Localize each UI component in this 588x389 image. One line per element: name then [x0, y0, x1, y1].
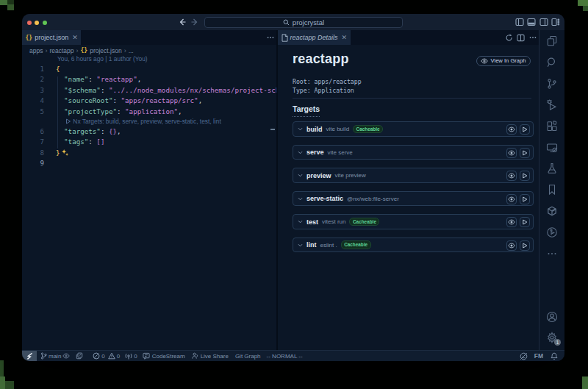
source-control-icon[interactable] [546, 78, 558, 90]
command-center-search[interactable]: projcrystal [204, 17, 403, 28]
fm-status-item[interactable]: FM [534, 352, 543, 360]
navigate-back-icon[interactable] [178, 18, 187, 26]
toggle-sidebar-icon[interactable] [515, 18, 524, 26]
toggle-secondary-sidebar-icon[interactable] [539, 18, 548, 26]
gitlens-blame-lens[interactable]: You, 6 hours ago | 1 author (You) [57, 56, 148, 64]
run-target-button[interactable] [520, 240, 530, 251]
remote-indicator[interactable] [22, 351, 37, 362]
warning-count: 0 [117, 353, 120, 360]
breadcrumb-apps[interactable]: apps [29, 47, 43, 54]
zoom-window-button[interactable] [43, 21, 47, 25]
view-target-button[interactable] [506, 194, 517, 204]
navigate-forward-icon[interactable] [190, 18, 199, 26]
code-line[interactable]: 1{ [22, 64, 276, 75]
tab-project-json[interactable]: {} project.json ✕ [22, 30, 81, 45]
code-line[interactable]: 4 "sourceRoot": "apps/reactapp/src", [22, 96, 276, 107]
view-target-button[interactable] [506, 148, 517, 158]
more-views-icon[interactable] [547, 249, 557, 259]
view-target-button[interactable] [506, 171, 517, 181]
close-tab-icon[interactable]: ✕ [342, 34, 348, 41]
target-row-serve-static[interactable]: serve-static@nx/web:file-server [293, 191, 534, 207]
view-target-button[interactable] [506, 240, 517, 251]
code-line[interactable]: 6 "targets": {}, [22, 126, 276, 138]
extensions-icon[interactable] [546, 121, 558, 132]
chevron-down-icon[interactable] [298, 220, 303, 224]
code-line[interactable]: 7 "tags": [] [22, 137, 276, 148]
close-tab-icon[interactable]: ✕ [72, 34, 78, 41]
blame-line[interactable]: You, 6 hours ago | 1 author (You) [22, 56, 276, 64]
broadcast-status-item[interactable]: 0 [125, 352, 137, 360]
eye-icon [508, 126, 515, 132]
target-row-preview[interactable]: previewvite preview [293, 168, 534, 183]
error-count: 0 [101, 353, 104, 360]
chevron-down-icon[interactable] [298, 151, 303, 154]
run-target-button[interactable] [520, 124, 530, 135]
nx-targets-codelens[interactable]: Nx Targets: build, serve, preview, serve… [65, 117, 221, 126]
chevron-down-icon[interactable] [298, 127, 303, 131]
run-target-button[interactable] [520, 171, 530, 181]
refresh-icon[interactable] [505, 34, 513, 42]
problems-status-item[interactable]: 0 0 [93, 352, 120, 360]
remote-explorer-icon[interactable] [546, 142, 558, 154]
targets-heading: Targets [293, 104, 320, 117]
live-share-status-item[interactable]: Live Share [191, 352, 229, 360]
breadcrumb-reactapp[interactable]: reactapp [49, 47, 74, 54]
target-row-test[interactable]: testvitest runCacheable [293, 214, 534, 229]
target-name: build [306, 126, 323, 133]
code-editor[interactable]: You, 6 hours ago | 1 author (You)1{2 "na… [22, 56, 276, 350]
notifications-status-item[interactable] [551, 352, 558, 360]
gitlens-status-item[interactable] [76, 352, 83, 360]
run-target-button[interactable] [520, 217, 530, 227]
code-token: : [101, 86, 109, 94]
line-number: 4 [22, 96, 44, 107]
split-editor-icon[interactable] [517, 34, 525, 42]
code-line[interactable]: 5 "projectType": "application", [22, 107, 276, 118]
target-name: test [306, 218, 318, 226]
chevron-down-icon[interactable] [298, 174, 303, 177]
nx-console-icon[interactable] [546, 205, 558, 217]
codelens-line[interactable]: Nx Targets: build, serve, preview, serve… [22, 117, 276, 126]
git-graph-status-item[interactable]: Git Graph [235, 353, 261, 360]
view-target-button[interactable] [506, 124, 517, 135]
more-actions-icon[interactable] [528, 33, 537, 42]
code-token: : [88, 75, 96, 83]
branch-status-item[interactable]: main [40, 352, 70, 360]
breadcrumb-symbol[interactable]: ... [129, 47, 134, 54]
code-line[interactable]: 9 [22, 158, 276, 169]
run-target-button[interactable] [520, 194, 530, 204]
search-icon[interactable] [546, 57, 558, 68]
close-window-button[interactable] [27, 21, 32, 25]
gitlens-icon[interactable] [546, 226, 558, 238]
more-actions-icon[interactable] [266, 33, 275, 42]
account-icon[interactable] [546, 311, 558, 323]
target-row-build[interactable]: buildvite buildCacheable [293, 121, 534, 137]
code-token: : [112, 96, 121, 104]
code-line[interactable]: 8} [22, 148, 276, 159]
sparkle-icon[interactable] [61, 149, 69, 157]
explorer-icon[interactable] [546, 35, 558, 47]
code-line[interactable]: 3 "$schema": "../../node_modules/nx/sche… [22, 85, 276, 96]
breadcrumb-file[interactable]: project.json [90, 47, 121, 54]
run-target-button[interactable] [520, 148, 530, 158]
target-row-lint[interactable]: linteslint .Cacheable [293, 238, 534, 253]
testing-icon[interactable] [546, 163, 558, 174]
view-in-graph-button[interactable]: View In Graph [476, 56, 531, 66]
run-debug-icon[interactable] [546, 99, 558, 111]
chevron-down-icon[interactable] [298, 197, 303, 201]
code-line[interactable]: 2 "name": "reactapp", [22, 74, 276, 85]
minimize-window-button[interactable] [35, 21, 39, 25]
target-row-serve[interactable]: servevite serve [293, 145, 534, 160]
codestream-status-item[interactable]: CodeStream [143, 352, 185, 360]
cacheable-badge: Cacheable [349, 218, 379, 226]
toggle-panel-icon[interactable] [527, 18, 536, 26]
vim-mode-status-item[interactable]: -- NORMAL -- [267, 353, 303, 360]
vim-mode: -- NORMAL -- [267, 353, 303, 360]
view-target-button[interactable] [506, 217, 517, 227]
breadcrumbs[interactable]: apps › reactapp › {} project.json › ... [22, 45, 276, 56]
chevron-down-icon[interactable] [298, 243, 303, 247]
bookmarks-icon[interactable] [546, 184, 558, 196]
tab-reactapp-details[interactable]: reactapp Details ✕ [278, 30, 351, 45]
feedback-status-item[interactable] [520, 352, 528, 360]
code-text: "$schema": "../../node_modules/nx/schema… [56, 85, 276, 96]
customize-layout-icon[interactable] [551, 18, 560, 26]
